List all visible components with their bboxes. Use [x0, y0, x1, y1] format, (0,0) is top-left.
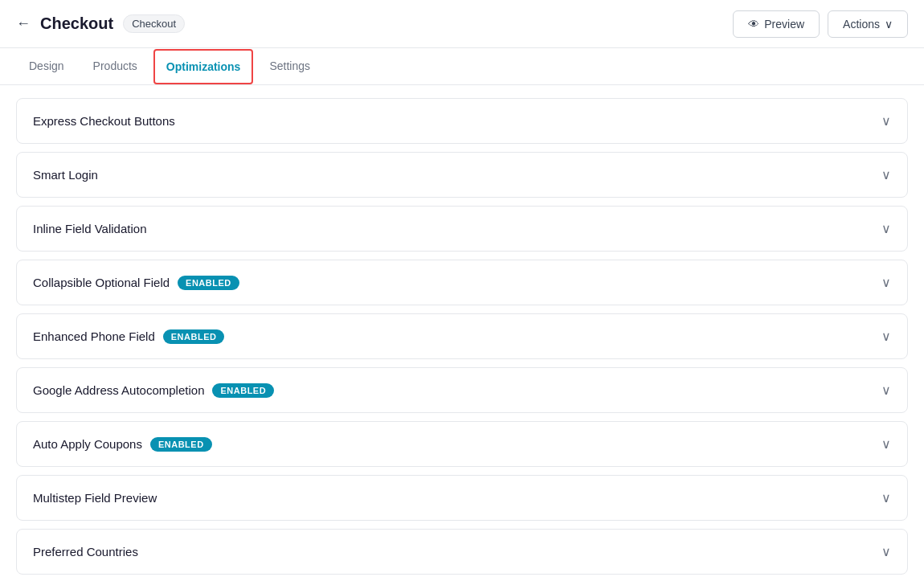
enabled-badge-enhanced-phone-field: ENABLED: [163, 329, 225, 344]
accordion-item-smart-login: Smart Login∨: [16, 152, 908, 198]
eye-icon: 👁: [748, 18, 759, 31]
enabled-badge-auto-apply-coupons: ENABLED: [150, 437, 212, 452]
accordion-container: Express Checkout Buttons∨Smart Login∨Inl…: [16, 98, 908, 581]
accordion-header-google-address-autocompletion[interactable]: Google Address AutocompletionENABLED∨: [17, 368, 907, 412]
accordion-title-smart-login: Smart Login: [33, 168, 98, 182]
tab-products[interactable]: Products: [80, 48, 150, 85]
page-title: Checkout: [40, 14, 113, 33]
chevron-down-icon: ∨: [881, 113, 891, 129]
accordion-header-express-checkout[interactable]: Express Checkout Buttons∨: [17, 99, 907, 143]
accordion-title-google-address-autocompletion: Google Address Autocompletion: [33, 383, 204, 397]
breadcrumb: Checkout: [123, 14, 185, 33]
accordion-header-inline-field-validation[interactable]: Inline Field Validation∨: [17, 207, 907, 251]
accordion-header-left-inline-field-validation: Inline Field Validation: [33, 222, 146, 235]
accordion-header-left-auto-apply-coupons: Auto Apply CouponsENABLED: [33, 437, 212, 452]
chevron-down-icon: ∨: [881, 275, 891, 290]
accordion-title-auto-apply-coupons: Auto Apply Coupons: [33, 437, 142, 451]
accordion-header-preferred-countries[interactable]: Preferred Countries∨: [17, 530, 907, 574]
header-actions: 👁 Preview Actions ∨: [733, 10, 908, 38]
chevron-down-icon: ∨: [881, 329, 891, 344]
chevron-down-icon: ∨: [881, 167, 891, 182]
header: ← Checkout Checkout 👁 Preview Actions ∨: [0, 0, 924, 48]
enabled-badge-google-address-autocompletion: ENABLED: [212, 383, 274, 398]
accordion-title-enhanced-phone-field: Enhanced Phone Field: [33, 329, 155, 343]
accordion-item-multistep-field-preview: Multistep Field Preview∨: [16, 475, 908, 521]
back-icon: ←: [16, 15, 31, 32]
accordion-title-collapsible-optional-field: Collapsible Optional Field: [33, 276, 170, 289]
accordion-header-left-enhanced-phone-field: Enhanced Phone FieldENABLED: [33, 329, 224, 344]
chevron-down-icon: ∨: [881, 436, 891, 452]
accordion-item-auto-apply-coupons: Auto Apply CouponsENABLED∨: [16, 421, 908, 467]
accordion-header-enhanced-phone-field[interactable]: Enhanced Phone FieldENABLED∨: [17, 314, 907, 358]
accordion-header-multistep-field-preview[interactable]: Multistep Field Preview∨: [17, 476, 907, 520]
chevron-down-icon: ∨: [881, 490, 891, 505]
tab-design[interactable]: Design: [16, 48, 77, 85]
accordion-header-auto-apply-coupons[interactable]: Auto Apply CouponsENABLED∨: [17, 422, 907, 466]
chevron-down-icon: ∨: [881, 221, 891, 236]
accordion-header-left-google-address-autocompletion: Google Address AutocompletionENABLED: [33, 383, 274, 398]
preview-label: Preview: [764, 18, 804, 31]
accordion-header-left-smart-login: Smart Login: [33, 168, 98, 182]
tabs-bar: Design Products Optimizations Settings: [0, 48, 924, 85]
accordion-item-express-checkout: Express Checkout Buttons∨: [16, 98, 908, 144]
actions-label: Actions: [843, 18, 880, 31]
accordion-title-express-checkout: Express Checkout Buttons: [33, 114, 175, 128]
accordion-header-smart-login[interactable]: Smart Login∨: [17, 153, 907, 197]
accordion-item-collapsible-optional-field: Collapsible Optional FieldENABLED∨: [16, 260, 908, 305]
accordion-header-left-express-checkout: Express Checkout Buttons: [33, 114, 175, 128]
accordion-item-google-address-autocompletion: Google Address AutocompletionENABLED∨: [16, 367, 908, 413]
accordion-header-left-multistep-field-preview: Multistep Field Preview: [33, 491, 157, 505]
chevron-down-icon: ∨: [885, 18, 893, 31]
actions-button[interactable]: Actions ∨: [828, 10, 908, 38]
tab-settings[interactable]: Settings: [256, 48, 323, 85]
accordion-title-multistep-field-preview: Multistep Field Preview: [33, 491, 157, 505]
back-button[interactable]: ←: [16, 15, 31, 32]
accordion-item-enhanced-phone-field: Enhanced Phone FieldENABLED∨: [16, 313, 908, 359]
accordion-title-preferred-countries: Preferred Countries: [33, 545, 138, 558]
accordion-header-left-collapsible-optional-field: Collapsible Optional FieldENABLED: [33, 276, 239, 290]
accordion-header-left-preferred-countries: Preferred Countries: [33, 545, 138, 558]
enabled-badge-collapsible-optional-field: ENABLED: [178, 276, 239, 290]
accordion-item-inline-field-validation: Inline Field Validation∨: [16, 206, 908, 252]
header-left: ← Checkout Checkout: [16, 14, 733, 33]
accordion-header-collapsible-optional-field[interactable]: Collapsible Optional FieldENABLED∨: [17, 260, 907, 305]
accordion-item-preferred-countries: Preferred Countries∨: [16, 529, 908, 575]
preview-button[interactable]: 👁 Preview: [733, 10, 820, 38]
chevron-down-icon: ∨: [881, 383, 891, 398]
main-content: Express Checkout Buttons∨Smart Login∨Inl…: [0, 85, 924, 581]
tab-optimizations[interactable]: Optimizations: [153, 49, 254, 84]
accordion-title-inline-field-validation: Inline Field Validation: [33, 222, 146, 235]
chevron-down-icon: ∨: [881, 544, 891, 559]
